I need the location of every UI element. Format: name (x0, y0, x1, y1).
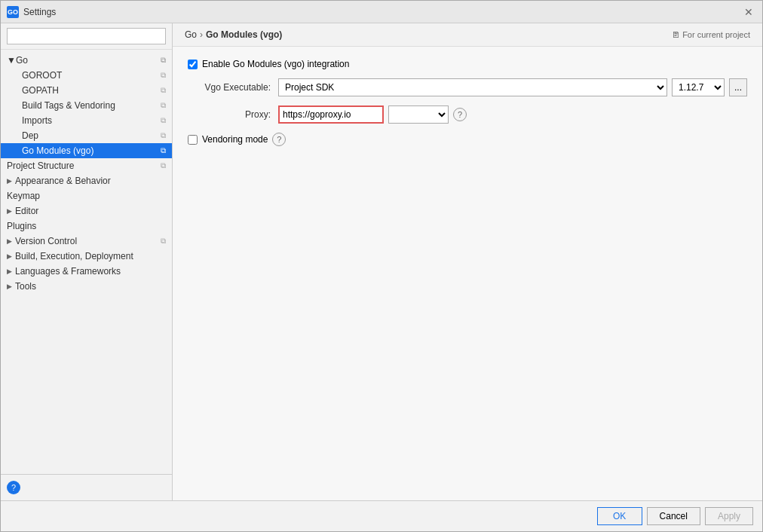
nav-tree: ▼ Go ⧉ GOROOT ⧉ GOPATH ⧉ Build Tags & Ve… (1, 50, 172, 474)
sidebar-item-languages-frameworks[interactable]: ▶ Languages & Frameworks (1, 264, 172, 279)
left-panel: ▼ Go ⧉ GOROOT ⧉ GOPATH ⧉ Build Tags & Ve… (1, 23, 173, 500)
proxy-control: ? (278, 105, 747, 124)
breadcrumb-separator: › (200, 29, 203, 40)
help-button[interactable]: ? (7, 481, 20, 494)
close-button[interactable]: ✕ (741, 5, 756, 20)
version-select[interactable]: 1.12.7 (672, 78, 725, 96)
vc-arrow-icon: ▶ (7, 237, 12, 245)
gopath-copy-icon: ⧉ (161, 86, 166, 95)
sidebar-item-imports[interactable]: Imports ⧉ (1, 113, 172, 128)
editor-arrow-icon: ▶ (7, 207, 12, 215)
settings-dialog: GO Settings ✕ ▼ Go ⧉ GOROOT ⧉ (0, 0, 763, 532)
go-copy-icon: ⧉ (161, 56, 166, 65)
proxy-help-button[interactable]: ? (453, 108, 467, 121)
search-box-wrap (1, 23, 172, 50)
imports-copy-icon: ⧉ (161, 116, 166, 125)
dialog-footer: OK Cancel Apply (1, 500, 762, 531)
sidebar-item-appearance-behavior[interactable]: ▶ Appearance & Behavior (1, 173, 172, 188)
proxy-row: Proxy: ? (188, 105, 747, 124)
right-content: Enable Go Modules (vgo) integration Vgo … (173, 47, 762, 500)
go-label: Go (16, 55, 28, 66)
vendoring-help-button[interactable]: ? (272, 133, 286, 146)
bottom-help: ? (1, 474, 172, 500)
lang-arrow-icon: ▶ (7, 268, 12, 275)
sidebar-item-build-tags[interactable]: Build Tags & Vendoring ⧉ (1, 98, 172, 113)
vc-copy-icon: ⧉ (161, 237, 166, 246)
vgo-executable-control: Project SDK 1.12.7 ... (278, 78, 747, 96)
sidebar-item-project-structure[interactable]: Project Structure ⧉ (1, 158, 172, 173)
breadcrumb-current: Go Modules (vgo) (206, 29, 282, 40)
sidebar-item-plugins[interactable]: Plugins (1, 219, 172, 234)
build-tags-copy-icon: ⧉ (161, 101, 166, 110)
proxy-dropdown[interactable] (388, 105, 449, 124)
go-modules-copy-icon: ⧉ (161, 146, 166, 155)
app-icon: GO (7, 6, 19, 18)
vendoring-mode-label: Vendoring mode (202, 134, 268, 145)
right-header: Go › Go Modules (vgo) 🖹 For current proj… (173, 23, 762, 47)
cancel-button[interactable]: Cancel (647, 507, 700, 525)
sidebar-item-go[interactable]: ▼ Go ⧉ (1, 53, 172, 68)
enable-integration-label: Enable Go Modules (vgo) integration (202, 59, 349, 69)
sidebar-item-editor[interactable]: ▶ Editor (1, 203, 172, 219)
for-current-project: 🖹 For current project (672, 30, 750, 39)
enable-integration-checkbox[interactable] (188, 60, 198, 69)
search-box[interactable] (7, 28, 166, 44)
right-panel: Go › Go Modules (vgo) 🖹 For current proj… (173, 23, 762, 500)
title-bar: GO Settings ✕ (1, 1, 762, 23)
vgo-executable-row: Vgo Executable: Project SDK 1.12.7 ... (188, 78, 747, 96)
project-structure-copy-icon: ⧉ (161, 161, 166, 170)
vgo-executable-select[interactable]: Project SDK (278, 78, 667, 96)
sidebar-item-version-control[interactable]: ▶ Version Control ⧉ (1, 234, 172, 249)
sidebar-item-build-execution[interactable]: ▶ Build, Execution, Deployment (1, 249, 172, 264)
build-arrow-icon: ▶ (7, 252, 12, 260)
proxy-input[interactable] (278, 105, 384, 124)
content-area: ▼ Go ⧉ GOROOT ⧉ GOPATH ⧉ Build Tags & Ve… (1, 23, 762, 500)
goroot-copy-icon: ⧉ (161, 71, 166, 80)
sidebar-item-go-modules[interactable]: Go Modules (vgo) ⧉ (1, 143, 172, 158)
sidebar-item-keymap[interactable]: Keymap (1, 188, 172, 203)
breadcrumb-parent: Go (185, 29, 197, 40)
sidebar-item-gopath[interactable]: GOPATH ⧉ (1, 83, 172, 98)
sidebar-item-goroot[interactable]: GOROOT ⧉ (1, 68, 172, 83)
enable-integration-row: Enable Go Modules (vgo) integration (188, 59, 747, 69)
dep-copy-icon: ⧉ (161, 131, 166, 140)
sidebar-item-tools[interactable]: ▶ Tools (1, 279, 172, 294)
go-arrow-icon: ▼ (7, 55, 16, 66)
ellipsis-button[interactable]: ... (729, 78, 747, 96)
vendoring-mode-checkbox[interactable] (188, 135, 198, 145)
appearance-arrow-icon: ▶ (7, 177, 12, 185)
sidebar-item-dep[interactable]: Dep ⧉ (1, 128, 172, 143)
tools-arrow-icon: ▶ (7, 283, 12, 290)
vendoring-mode-row: Vendoring mode ? (188, 133, 747, 146)
dialog-title: Settings (23, 7, 741, 17)
breadcrumb: Go › Go Modules (vgo) (185, 29, 282, 40)
vgo-executable-label: Vgo Executable: (188, 82, 278, 93)
proxy-label: Proxy: (188, 109, 278, 120)
search-input[interactable] (12, 31, 161, 41)
apply-button[interactable]: Apply (705, 507, 753, 525)
ok-button[interactable]: OK (597, 507, 642, 525)
